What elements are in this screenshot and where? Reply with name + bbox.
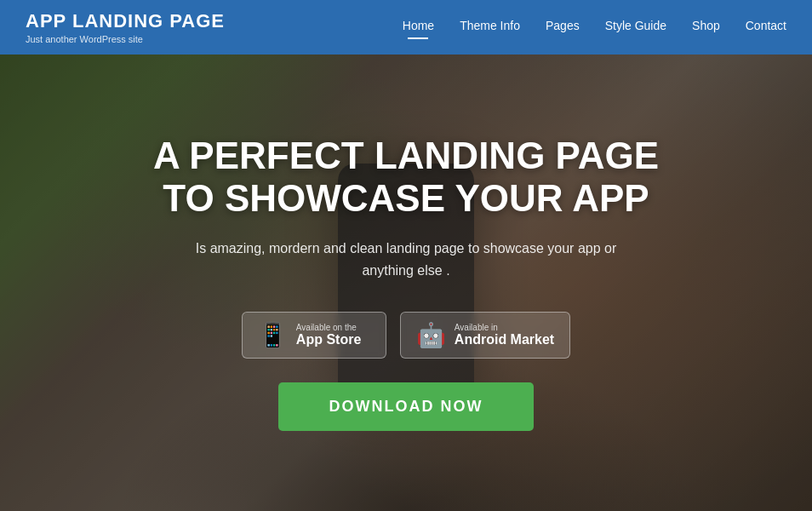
site-brand: APP LANDING PAGE Just another WordPress … bbox=[26, 10, 225, 44]
store-buttons-group: 📱 Available on the App Store 🤖 Available… bbox=[142, 312, 670, 359]
android-market-label: Available in bbox=[455, 323, 554, 332]
hero-section: A PERFECT LANDING PAGE TO SHOWCASE YOUR … bbox=[0, 55, 812, 511]
hero-title: A PERFECT LANDING PAGE TO SHOWCASE YOUR … bbox=[142, 135, 670, 221]
site-tagline: Just another WordPress site bbox=[26, 34, 225, 44]
app-store-name: App Store bbox=[296, 332, 361, 347]
phone-icon: 📱 bbox=[258, 321, 288, 349]
android-market-name: Android Market bbox=[455, 332, 554, 347]
nav-shop[interactable]: Shop bbox=[692, 19, 720, 36]
hero-content: A PERFECT LANDING PAGE TO SHOWCASE YOUR … bbox=[108, 135, 704, 431]
android-market-button[interactable]: 🤖 Available in Android Market bbox=[400, 312, 570, 359]
site-header: APP LANDING PAGE Just another WordPress … bbox=[0, 0, 812, 55]
app-store-text: Available on the App Store bbox=[296, 323, 361, 347]
site-title: APP LANDING PAGE bbox=[26, 10, 225, 32]
app-store-button[interactable]: 📱 Available on the App Store bbox=[242, 312, 386, 359]
main-nav: Home Theme Info Pages Style Guide Shop C… bbox=[403, 19, 786, 36]
hero-subtitle: Is amazing, mordern and clean landing pa… bbox=[193, 238, 619, 281]
nav-home[interactable]: Home bbox=[403, 19, 434, 36]
android-market-text: Available in Android Market bbox=[455, 323, 554, 347]
nav-style-guide[interactable]: Style Guide bbox=[605, 19, 666, 36]
nav-contact[interactable]: Contact bbox=[746, 19, 786, 36]
nav-theme-info[interactable]: Theme Info bbox=[460, 19, 520, 36]
nav-pages[interactable]: Pages bbox=[546, 19, 580, 36]
app-store-label: Available on the bbox=[296, 323, 361, 332]
download-now-button[interactable]: DOWNLOAD NOW bbox=[278, 382, 535, 431]
android-icon: 🤖 bbox=[416, 321, 446, 349]
